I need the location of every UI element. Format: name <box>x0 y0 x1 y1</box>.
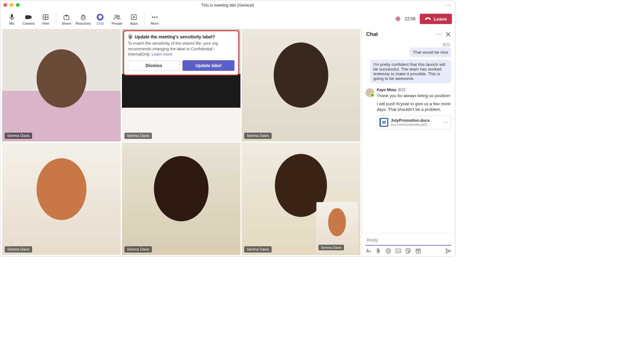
reply-input[interactable] <box>366 235 451 246</box>
emoji-icon <box>385 248 391 254</box>
svg-point-4 <box>81 16 85 20</box>
sticker-icon <box>405 248 411 254</box>
message-text: Thank you for always being so positive! <box>377 93 451 99</box>
chat-panel: Chat ··· 9/22 That would be nice I'm pre… <box>361 28 455 256</box>
send-icon <box>446 248 451 254</box>
chat-label: Chat <box>96 22 104 25</box>
chat-icon <box>97 14 104 21</box>
chat-body: 9/22 That would be nice I'm pretty confi… <box>362 41 455 233</box>
file-more-button[interactable]: ··· <box>443 120 448 125</box>
svg-point-6 <box>84 17 85 17</box>
participant-tile[interactable]: Update the meeting's sensitivity label? … <box>122 29 240 141</box>
update-label-button[interactable]: Update label <box>182 60 235 71</box>
titlebar-more-button[interactable]: ··· <box>445 2 452 8</box>
dismiss-button[interactable]: Dismiss <box>128 60 180 71</box>
more-button[interactable]: More <box>146 12 163 25</box>
participant-tile[interactable]: Serena Davis Serena Davis <box>242 143 360 255</box>
chat-header: Chat ··· <box>362 28 455 41</box>
titlebar: This is meeting title (General) ··· <box>0 0 455 10</box>
message-bubble: I'm pretty confident that this launch wi… <box>370 60 451 83</box>
svg-point-14 <box>156 17 157 18</box>
meeting-toolbar: Mic Camera View Share Reactions Chat Peo… <box>0 10 455 28</box>
message-text: I will push Krystal to give us a few mor… <box>377 101 451 112</box>
chat-title: Chat <box>366 31 378 37</box>
participant-tile[interactable]: Serena Davis <box>2 29 121 141</box>
people-button[interactable]: People <box>109 12 125 25</box>
camera-button[interactable]: Camera <box>20 12 37 25</box>
gif-button[interactable]: GIF <box>395 248 401 254</box>
emoji-button[interactable] <box>385 248 391 254</box>
message-date: 9/22 <box>443 42 451 47</box>
chat-close-button[interactable] <box>446 32 451 37</box>
word-file-icon: W <box>380 118 388 127</box>
svg-point-13 <box>154 17 155 18</box>
format-button[interactable] <box>366 248 371 254</box>
sender-name: Kayo Miwa <box>377 88 396 92</box>
recording-indicator-icon <box>396 17 400 21</box>
minimize-window-button[interactable] <box>10 3 13 7</box>
toolbar-separator <box>144 12 144 24</box>
window-title: This is meeting title (General) <box>201 3 254 7</box>
chat-message-other: Kayo Miwa 9/22 Thank you for always bein… <box>366 88 451 130</box>
share-icon <box>64 14 69 21</box>
file-attachment[interactable]: W JulyPromotion.docx box.com/s/w9eo6eua8… <box>377 115 451 130</box>
shield-lock-icon <box>128 34 133 39</box>
maximize-window-button[interactable] <box>16 3 20 7</box>
participant-video <box>122 143 240 255</box>
share-label: Share <box>62 22 71 25</box>
svg-text:GIF: GIF <box>397 250 400 252</box>
participant-name: Serena Davis <box>5 133 32 139</box>
chat-button[interactable]: Chat <box>92 12 109 25</box>
svg-point-19 <box>387 250 388 251</box>
sender-avatar <box>366 88 374 97</box>
apps-button[interactable]: Apps <box>125 12 142 25</box>
chat-message-self: 9/22 That would be nice <box>366 42 451 57</box>
close-window-button[interactable] <box>3 3 7 7</box>
svg-point-24 <box>409 250 409 251</box>
attach-icon <box>376 248 381 254</box>
more-icon <box>152 14 158 21</box>
participant-name: Serena Davis <box>244 133 272 139</box>
schedule-button[interactable] <box>415 248 421 254</box>
self-view[interactable]: Serena Davis <box>316 202 358 253</box>
participant-tile[interactable]: Serena Davis <box>242 29 360 141</box>
svg-rect-15 <box>130 37 131 38</box>
reactions-button[interactable]: Reactions <box>75 12 92 25</box>
apps-label: Apps <box>130 22 138 25</box>
leave-button[interactable]: Leave <box>420 14 452 24</box>
sticker-button[interactable] <box>405 248 411 254</box>
svg-point-5 <box>82 17 83 17</box>
svg-point-7 <box>115 15 117 17</box>
popup-title-text: Update the meeting's sensitivity label? <box>135 34 215 39</box>
self-view-name: Serena Davis <box>318 245 344 250</box>
view-icon <box>43 14 48 21</box>
camera-label: Camera <box>22 22 35 25</box>
learn-more-link[interactable]: Learn more <box>152 52 172 56</box>
svg-point-18 <box>386 249 391 253</box>
view-label: View <box>42 22 49 25</box>
participant-tile[interactable]: Serena Davis <box>2 143 121 255</box>
attach-button[interactable] <box>375 248 381 254</box>
message-bubble: That would be nice <box>410 47 451 57</box>
file-source: box.com/s/w9eo6eua89… <box>391 123 441 126</box>
apps-icon <box>131 14 137 21</box>
svg-point-12 <box>152 17 153 18</box>
view-button[interactable]: View <box>37 12 54 25</box>
mic-label: Mic <box>9 22 14 25</box>
share-button[interactable]: Share <box>58 12 75 25</box>
mic-button[interactable]: Mic <box>3 12 20 25</box>
chat-compose: GIF <box>362 233 455 256</box>
format-icon <box>366 248 371 253</box>
participant-name: Serena Davis <box>124 246 152 253</box>
participant-name: Serena Davis <box>124 133 152 139</box>
participant-video <box>242 29 360 141</box>
chat-message-self: I'm pretty confident that this launch wi… <box>366 60 451 83</box>
participant-video <box>2 143 121 255</box>
svg-point-8 <box>118 15 119 17</box>
chat-more-button[interactable]: ··· <box>436 31 443 37</box>
participant-tile[interactable]: Serena Davis <box>122 143 240 255</box>
send-button[interactable] <box>446 248 451 254</box>
toolbar-separator <box>56 12 56 24</box>
people-icon <box>114 14 120 21</box>
participant-name: Serena Davis <box>5 246 32 253</box>
